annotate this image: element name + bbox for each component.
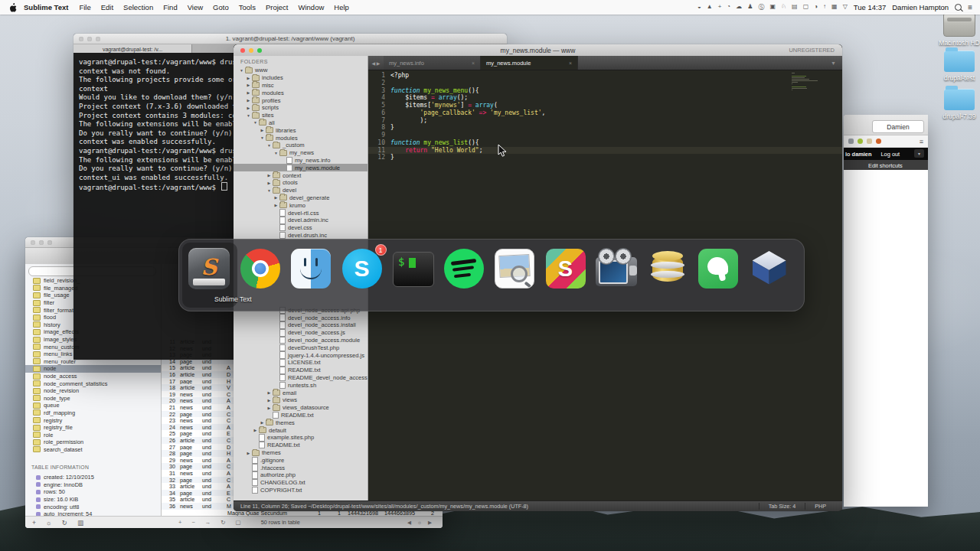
notification-center-icon[interactable]: ≡ — [968, 3, 972, 11]
sidebar-item-devel-node-access-js[interactable]: devel_node_access.js — [234, 329, 368, 337]
tab-overflow-icon[interactable]: ▼ — [831, 56, 842, 70]
menu-status-icon[interactable]: ♘ — [781, 3, 786, 11]
drupal-edit-shortcuts-link[interactable]: Edit shortcuts — [868, 162, 903, 169]
tab-scroll-icons[interactable]: ◀ ▶ — [368, 56, 384, 70]
terminal-titlebar[interactable]: 1. vagrant@drupal-test: /vagrant/www (va… — [74, 34, 507, 44]
table-list-item-node_comment_statistics[interactable]: node_comment_statistics — [25, 380, 161, 387]
minimize-button[interactable] — [87, 37, 92, 41]
table-list-item-search_dataset[interactable]: search_dataset — [25, 446, 161, 454]
disclosure-open-icon[interactable]: ▼ — [246, 113, 251, 118]
menu-status-icon[interactable]: ▽ — [843, 3, 848, 11]
disclosure-closed-icon[interactable]: ▶ — [246, 76, 251, 80]
disclosure-closed-icon[interactable]: ▶ — [273, 203, 279, 207]
disclosure-open-icon[interactable]: ▼ — [273, 151, 279, 155]
terminal-dock-icon[interactable]: $ — [390, 246, 435, 291]
menu-status-icon[interactable]: ▢ — [803, 3, 809, 11]
disclosure-closed-icon[interactable]: ▶ — [266, 173, 272, 178]
evernote-dock-icon[interactable] — [696, 246, 740, 291]
disclosure-closed-icon[interactable]: ▶ — [266, 181, 272, 185]
sidebar-item--htaccess[interactable]: .htaccess — [234, 464, 368, 471]
disclosure-closed-icon[interactable]: ▶ — [246, 98, 251, 103]
sidebar-item-krumo[interactable]: ▶krumo — [234, 201, 368, 209]
sidebar-item-authorize-php[interactable]: authorize.php — [234, 471, 368, 479]
sidebar-item-my-news-info[interactable]: my_news.info — [234, 157, 368, 165]
sidebar-item-readme-txt[interactable]: README.txt — [234, 412, 368, 419]
sidebar-item-includes[interactable]: ▶includes — [234, 74, 368, 82]
menu-item-edit[interactable]: Edit — [101, 3, 113, 11]
sidebar-item-sites[interactable]: ▼sites — [234, 112, 368, 119]
sidebar-action-icon[interactable]: ↻ — [62, 519, 67, 527]
disclosure-open-icon[interactable]: ▼ — [266, 143, 272, 148]
sidebar-item-devel-node-access-info[interactable]: devel_node_access.info — [234, 314, 368, 321]
sidebar-action-icon[interactable]: ☼ — [46, 519, 52, 527]
spotlight-search-icon[interactable] — [955, 4, 962, 11]
desktop-icon-drupal-test[interactable]: drupal-test — [933, 51, 980, 82]
minimize-button[interactable] — [249, 48, 253, 53]
sidebar-item-devel[interactable]: ▼devel — [234, 187, 368, 194]
grid-action-icon[interactable]: − — [191, 519, 194, 526]
sidebar-item-default[interactable]: ▶default — [234, 426, 368, 434]
menu-status-icon[interactable]: ▦ — [831, 3, 838, 11]
preview-dock-icon[interactable] — [492, 246, 537, 291]
drupal-toolbar-toggle[interactable]: ▾ — [914, 149, 924, 158]
sidebar-item-devel-css[interactable]: devel.css — [234, 224, 368, 232]
menu-user-name[interactable]: Damien Hampton — [892, 3, 949, 11]
close-button[interactable] — [79, 37, 83, 41]
disclosure-closed-icon[interactable]: ▶ — [246, 451, 251, 455]
menu-item-find[interactable]: Find — [163, 3, 177, 11]
sublime-titlebar[interactable]: my_news.module — www UNREGISTERED — [234, 44, 842, 57]
sidebar-item--custom[interactable]: ▼_custom — [234, 142, 368, 149]
tab-close-icon[interactable]: × — [472, 60, 475, 66]
skype-dock-icon[interactable]: S1 — [340, 246, 384, 291]
sidebar-item-themes[interactable]: ▶themes — [234, 449, 368, 457]
sidebar-item-context[interactable]: ▶context — [234, 171, 368, 179]
table-list-item-node_type[interactable]: node_type — [25, 395, 161, 403]
menu-status-icon[interactable]: ↑ — [823, 3, 826, 11]
table-list-item-node[interactable]: node — [25, 365, 161, 373]
spotify-dock-icon[interactable] — [442, 246, 486, 291]
disclosure-closed-icon[interactable]: ▶ — [266, 390, 272, 395]
menu-item-tools[interactable]: Tools — [239, 3, 256, 11]
menu-status-icon[interactable]: ▣ — [769, 3, 776, 11]
disclosure-closed-icon[interactable]: ▶ — [246, 106, 251, 110]
sidebar-item--gitignore[interactable]: .gitignore — [234, 456, 368, 464]
tab-close-icon[interactable]: × — [569, 60, 572, 66]
table-list-item-registry_file[interactable]: registry_file — [25, 424, 161, 432]
menu-status-icon[interactable]: Ⓢ — [758, 3, 764, 11]
disclosure-closed-icon[interactable]: ▶ — [260, 128, 265, 132]
desktop-icon-drupal-7-39[interactable]: drupal-7.39 — [933, 89, 980, 120]
menu-item-selection[interactable]: Selection — [123, 3, 153, 11]
sidebar-item-devel-admin-inc[interactable]: devel.admin.inc — [234, 217, 368, 224]
menu-item-goto[interactable]: Goto — [213, 3, 229, 11]
disclosure-open-icon[interactable]: ▼ — [266, 188, 272, 193]
sidebar-item-devel-drush-inc[interactable]: devel.drush.inc — [234, 232, 368, 240]
sidebar-item-devel-node-access-module[interactable]: devel_node_access.module — [234, 337, 368, 344]
grid-action-icon[interactable]: + — [178, 519, 181, 526]
menu-clock[interactable]: Tue 14:37 — [854, 3, 886, 11]
menu-status-icon[interactable]: ♟ — [747, 3, 753, 11]
apple-menu-icon[interactable] — [9, 3, 17, 12]
table-list-item-registry[interactable]: registry — [25, 416, 161, 424]
sidebar-item-views[interactable]: ▶views — [234, 396, 368, 404]
sequel-pro-dock-icon[interactable] — [645, 246, 690, 291]
sidebar-item-my-news-module[interactable]: my_news.module — [234, 164, 368, 171]
zoom-button[interactable] — [96, 37, 100, 41]
drupal-logout-link[interactable]: Log out — [881, 151, 900, 158]
table-list-item-node_revision[interactable]: node_revision — [25, 387, 161, 395]
sidebar-item-email[interactable]: ▶email — [234, 389, 368, 396]
bookmark-favicon[interactable] — [848, 139, 854, 144]
chrome-menu-icon[interactable]: ≡ — [920, 138, 928, 145]
sidebar-item-devel-node-access-install[interactable]: devel_node_access.install — [234, 321, 368, 329]
table-list-item-rdf_mapping[interactable]: rdf_mapping — [25, 409, 161, 417]
disclosure-closed-icon[interactable]: ▶ — [266, 398, 272, 403]
bookmark-favicon[interactable] — [876, 139, 881, 144]
minimize-button[interactable] — [39, 240, 44, 245]
disclosure-closed-icon[interactable]: ▶ — [266, 406, 272, 410]
sidebar-item-scripts[interactable]: ▶scripts — [234, 104, 368, 112]
zoom-button[interactable] — [47, 240, 52, 245]
tab-size-indicator[interactable]: Tab Size: 4 — [759, 503, 805, 510]
menu-item-view[interactable]: View — [188, 3, 203, 11]
syntax-indicator[interactable]: PHP — [805, 503, 835, 510]
disclosure-closed-icon[interactable]: ▶ — [246, 83, 251, 87]
sidebar-item-misc[interactable]: ▶misc — [234, 82, 368, 90]
